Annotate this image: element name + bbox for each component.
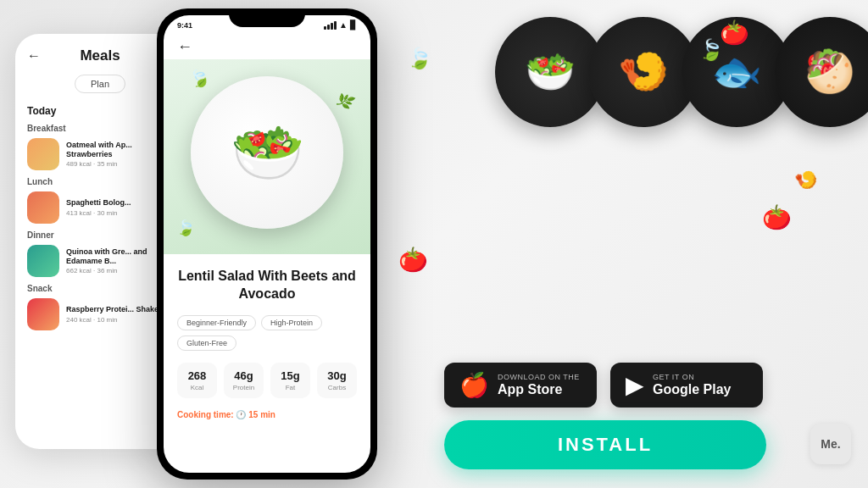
nutrition-carbs-label: Carbs (320, 384, 353, 391)
plate-4-food: 🥙 (804, 48, 855, 96)
cooking-value: 15 min (248, 410, 275, 419)
float-leaf-3: 🍃 (176, 219, 195, 237)
deco-leaf: 🍃 (407, 47, 432, 70)
google-play-button[interactable]: ▶ GET IT ON Google Play (610, 363, 763, 408)
food-tags: Beginner-Friendly High-Protein Gluten-Fr… (177, 315, 357, 351)
nutrition-fat: 15g Fat (270, 363, 310, 398)
float-leaf-1: 🍃 (186, 64, 214, 91)
deco-shrimp: 🍤 (794, 169, 817, 191)
profile-avatar[interactable]: Me. (810, 424, 851, 464)
meal-item-raspberry[interactable]: Raspberry Protei... Shake 240 kcal · 10 … (27, 298, 173, 330)
meal-item-quinoa[interactable]: Quinoa with Gre... and Edamame B... 662 … (27, 245, 173, 277)
cooking-label: Cooking time: (177, 410, 234, 419)
plate-2-food: 🍤 (618, 48, 669, 96)
nutrition-fat-value: 15g (274, 369, 307, 382)
app-store-sub: Download on the (498, 373, 580, 381)
nutrition-protein-label: Protein (227, 384, 260, 391)
nutrition-kcal-value: 268 (181, 369, 214, 382)
phone-main-inner: 9:41 ▲ ▊ ← 🥗 🍃 🌿 🍃 (164, 15, 370, 473)
food-image: 🥗 🍃 🌿 🍃 (164, 59, 370, 254)
tag-beginner[interactable]: Beginner-Friendly (177, 315, 256, 330)
float-leaf-2: 🌿 (334, 90, 357, 112)
google-play-icon: ▶ (626, 371, 644, 399)
category-dinner: Dinner (27, 230, 173, 240)
nutrition-fat-label: Fat (274, 384, 307, 391)
main-back-button[interactable]: ← (164, 30, 370, 59)
google-play-text: GET IT ON Google Play (653, 373, 731, 397)
nutrition-kcal-label: Kcal (181, 384, 214, 391)
signal-icon (324, 21, 337, 30)
meal-item-spaghetti[interactable]: Spaghetti Bolog... 413 kcal · 30 min (27, 191, 173, 224)
install-button[interactable]: INSTALL (444, 420, 766, 469)
plate-4: 🥙 (775, 17, 868, 127)
cooking-time: Cooking time: 🕐 15 min (177, 410, 357, 419)
meal-thumb-oatmeal (27, 138, 59, 170)
app-store-text: Download on the App Store (498, 373, 580, 397)
category-breakfast: Breakfast (27, 124, 173, 133)
category-snack: Snack (27, 284, 173, 293)
apple-icon: 🍎 (459, 371, 489, 399)
food-detail: Lentil Salad With Beets and Avocado Begi… (164, 254, 370, 419)
meal-thumb-quinoa (27, 245, 59, 277)
food-emoji: 🥗 (231, 118, 304, 187)
meal-thumb-spaghetti (27, 191, 59, 224)
food-nutrition: 268 Kcal 46g Protein 15g Fat 30g Carbs (177, 363, 357, 398)
phone-main: 9:41 ▲ ▊ ← 🥗 🍃 🌿 🍃 (157, 8, 377, 480)
status-time: 9:41 (177, 21, 192, 30)
plates-row: 🥗 🍤 🐟 🥙 (495, 17, 868, 127)
google-play-sub: GET IT ON (653, 373, 731, 381)
nutrition-protein-value: 46g (227, 369, 260, 382)
plate-1-food: 🥗 (525, 48, 576, 96)
battery-icon: ▊ (350, 20, 357, 30)
app-store-main: App Store (498, 381, 580, 397)
nutrition-kcal: 268 Kcal (177, 363, 217, 398)
right-area: 🥗 🍤 🐟 🥙 🍎 Download on the App Store ▶ GE… (419, 0, 868, 488)
deco-tomato-3: 🍅 (762, 203, 792, 231)
deco-tomato: 🍅 (398, 246, 428, 274)
nutrition-carbs: 30g Carbs (317, 363, 357, 398)
app-store-button[interactable]: 🍎 Download on the App Store (444, 363, 597, 408)
bg-title: Meals (80, 47, 120, 64)
bg-back-button[interactable]: ← (27, 48, 41, 64)
download-section: 🍎 Download on the App Store ▶ GET IT ON … (444, 363, 763, 408)
category-lunch: Lunch (27, 177, 173, 186)
wifi-icon: ▲ (339, 20, 348, 30)
plan-button[interactable]: Plan (75, 75, 125, 93)
meal-thumb-raspberry (27, 298, 59, 330)
nutrition-protein: 46g Protein (224, 363, 264, 398)
deco-tomato-2: 🍅 (720, 19, 749, 47)
today-label: Today (27, 105, 173, 117)
phone-notch (229, 8, 305, 27)
phone-bg-header: ← Meals (27, 47, 173, 64)
salad-bowl: 🥗 (191, 76, 343, 229)
tag-protein[interactable]: High-Protein (261, 315, 322, 330)
status-right: ▲ ▊ (324, 20, 357, 30)
food-title: Lentil Salad With Beets and Avocado (177, 268, 357, 303)
meal-item-oatmeal[interactable]: Oatmeal with Ap... Strawberries 489 kcal… (27, 138, 173, 170)
tag-gluten[interactable]: Gluten-Free (177, 336, 236, 351)
google-play-main: Google Play (653, 381, 731, 397)
nutrition-carbs-value: 30g (320, 369, 353, 382)
